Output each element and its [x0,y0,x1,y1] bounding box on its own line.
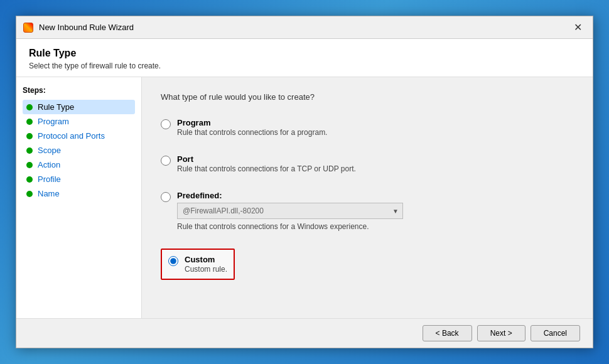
wizard-window: New Inbound Rule Wizard ✕ Rule Type Sele… [16,16,593,348]
predefined-dropdown-value: @FirewallAPI.dll,-80200 [183,206,264,215]
sidebar-item-action[interactable]: Action [23,158,135,172]
step-dot-protocol [26,133,33,139]
next-button[interactable]: Next > [477,325,525,341]
title-bar: New Inbound Rule Wizard ✕ [16,16,593,39]
custom-option-box: Custom Custom rule. [161,249,235,280]
window-title: New Inbound Rule Wizard [39,23,569,32]
step-dot-program [26,119,33,125]
option-program-label: Program [177,118,327,127]
option-predefined-row: Predefined: @FirewallAPI.dll,-80200 ▼ Ru… [161,187,574,235]
option-custom-label: Custom [185,255,227,264]
radio-predefined[interactable] [161,192,171,202]
sidebar-item-scope[interactable]: Scope [23,143,135,158]
page-subtitle: Select the type of firewall rule to crea… [29,62,580,70]
sidebar-item-protocol[interactable]: Protocol and Ports [23,129,135,143]
main-content: What type of rule would you like to crea… [142,77,593,318]
option-port-desc: Rule that controls connections for a TCP… [177,164,356,173]
option-port-label: Port [177,154,356,164]
option-program-text: Program Rule that controls connections f… [177,118,327,137]
sidebar-label-action: Action [38,160,60,169]
sidebar-item-profile[interactable]: Profile [23,172,135,186]
sidebar-item-program[interactable]: Program [23,114,135,129]
option-custom-desc: Custom rule. [185,265,227,274]
step-dot-ruletype [26,104,33,110]
radio-port[interactable] [161,156,171,166]
window-header: Rule Type Select the type of firewall ru… [16,39,593,77]
page-title: Rule Type [29,48,580,59]
steps-sidebar: Steps: Rule Type Program Protocol and Po… [16,77,142,318]
predefined-dropdown[interactable]: @FirewallAPI.dll,-80200 ▼ [177,203,403,219]
step-dot-name [26,191,33,197]
radio-custom[interactable] [168,256,178,266]
radio-program[interactable] [161,119,171,129]
steps-label: Steps: [23,86,135,95]
sidebar-label-program: Program [38,117,69,126]
window-footer: < Back Next > Cancel [16,318,593,348]
option-port-text: Port Rule that controls connections for … [177,154,356,173]
option-predefined-label: Predefined: [177,191,403,200]
sidebar-label-ruletype: Rule Type [38,102,74,112]
step-dot-scope [26,147,33,154]
step-dot-action [26,162,33,168]
option-custom-row: Custom Custom rule. [161,245,574,284]
back-button[interactable]: < Back [423,325,472,341]
close-button[interactable]: ✕ [569,19,586,36]
sidebar-label-protocol: Protocol and Ports [38,131,105,141]
step-dot-profile [26,176,33,183]
sidebar-item-ruletype[interactable]: Rule Type [23,100,135,114]
option-predefined-desc: Rule that controls connections for a Win… [177,222,403,231]
cancel-button[interactable]: Cancel [531,325,580,341]
sidebar-label-profile: Profile [38,174,61,184]
main-question: What type of rule would you like to crea… [161,92,574,102]
sidebar-label-name: Name [38,189,60,198]
sidebar-label-scope: Scope [38,146,61,155]
option-port-row: Port Rule that controls connections for … [161,151,574,177]
chevron-down-icon: ▼ [392,208,399,215]
sidebar-item-name[interactable]: Name [23,186,135,201]
option-custom-text: Custom Custom rule. [185,255,227,274]
option-program-row: Program Rule that controls connections f… [161,114,574,141]
option-program-desc: Rule that controls connections for a pro… [177,128,327,137]
app-icon [23,22,34,33]
option-predefined-text: Predefined: @FirewallAPI.dll,-80200 ▼ Ru… [177,191,403,231]
window-body: Steps: Rule Type Program Protocol and Po… [16,77,593,318]
